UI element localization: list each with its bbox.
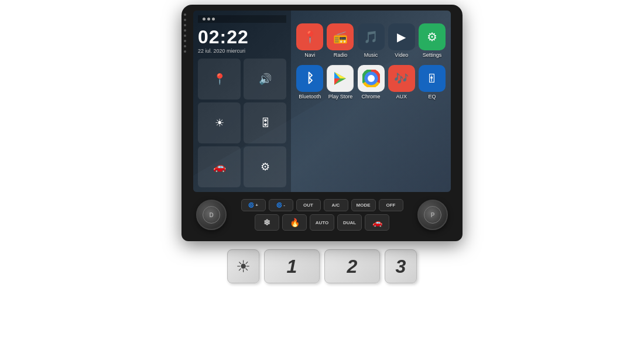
app-playstore[interactable]: Play Store [325, 65, 355, 100]
left-knob-inner: D [203, 206, 220, 224]
aux-label: AUX [396, 94, 407, 100]
left-knob-label: D [209, 212, 213, 218]
status-dot-1 [203, 18, 205, 20]
quick-tile-grid: 📍 🔊 ☀ 🎛 🚗 ⚙ [198, 59, 286, 187]
left-knob[interactable]: D [196, 200, 227, 230]
eq-icon: 🎚 [419, 65, 446, 92]
gps-icon: 📍 [213, 73, 226, 85]
button-row-2: ❄ 🔥 AUTO DUAL 🚗 [232, 214, 412, 231]
quick-tile-brightness[interactable]: ☀ [198, 102, 241, 143]
control-panel: D 🌀 + 🌀 - OUT A/C MODE OFF [193, 199, 451, 231]
sound-icon: 🔊 [259, 73, 272, 85]
app-navi[interactable]: 📍 Navi [294, 23, 325, 58]
video-label: Video [395, 52, 408, 58]
heat-button[interactable]: 🔥 [282, 214, 307, 231]
auto-button[interactable]: AUTO [310, 214, 334, 231]
status-dot-2 [207, 18, 210, 20]
clock-date: 22 iul. 2020 miercuri [198, 48, 286, 54]
fan-up-icon: 🌀 [248, 203, 254, 208]
status-icons [203, 18, 215, 20]
feature-badges: ☀ 1 2 3 [210, 249, 434, 283]
bluetooth-label: Bluetooth [299, 94, 321, 100]
badge-1: 1 [264, 249, 320, 283]
quick-tile-equalizer[interactable]: 🎛 [244, 102, 286, 143]
music-label: Music [364, 52, 378, 58]
app-row-2: ᛒ Bluetooth Play [294, 65, 447, 100]
app-radio[interactable]: 📻 Radio [325, 23, 355, 58]
fan-down-button[interactable]: 🌀 - [269, 199, 293, 211]
music-icon: 🎵 [358, 23, 385, 50]
app-chrome[interactable]: Chrome [356, 65, 386, 100]
badge-3-label: 3 [396, 256, 406, 277]
eq-label: EQ [428, 94, 436, 100]
svg-point-6 [368, 76, 374, 81]
badge-1-label: 1 [287, 256, 297, 277]
main-container: 02:22 22 iul. 2020 miercuri 📍 🔊 ☀ 🎛 [0, 0, 644, 360]
fan-up-button[interactable]: 🌀 + [241, 199, 266, 211]
bluetooth-icon: ᛒ [296, 65, 323, 92]
brightness-icon: ☀ [215, 116, 224, 129]
badge-partial-right: 3 [385, 249, 417, 283]
out-button[interactable]: OUT [296, 199, 321, 211]
right-knob[interactable]: P [417, 200, 448, 230]
playstore-label: Play Store [328, 94, 353, 100]
aux-icon: 🎶 [388, 65, 415, 92]
badge-partial-left: ☀ [227, 249, 259, 283]
app-row-1: 📍 Navi 📻 Radio 🎵 Music [294, 23, 447, 58]
car-vent-button[interactable]: 🚗 [365, 214, 389, 231]
quick-tile-grid[interactable]: ⚙ [244, 146, 286, 187]
right-knob-inner: P [424, 206, 441, 224]
button-grid: 🌀 + 🌀 - OUT A/C MODE OFF ❄ 🔥 AUTO DUAL 🚗 [232, 199, 412, 231]
status-dot-3 [212, 18, 215, 20]
app-music[interactable]: 🎵 Music [356, 23, 386, 58]
app-eq[interactable]: 🎚 EQ [417, 65, 447, 100]
radio-label: Radio [334, 52, 348, 58]
equalizer-icon: 🎛 [260, 117, 270, 129]
cool-button[interactable]: ❄ [255, 214, 279, 231]
playstore-icon [327, 65, 354, 92]
video-icon: ▶ [388, 23, 415, 50]
mode-button[interactable]: MODE [351, 199, 376, 211]
car-icon: 🚗 [213, 160, 226, 173]
button-row-1: 🌀 + 🌀 - OUT A/C MODE OFF [232, 199, 412, 211]
chrome-label: Chrome [362, 94, 381, 100]
fan-down-icon: 🌀 [276, 203, 282, 208]
settings-label: Settings [423, 52, 442, 58]
status-bar [198, 15, 286, 23]
navi-icon: 📍 [296, 23, 323, 50]
app-bluetooth[interactable]: ᛒ Bluetooth [294, 65, 325, 100]
head-unit: 02:22 22 iul. 2020 miercuri 📍 🔊 ☀ 🎛 [181, 5, 463, 241]
dual-button[interactable]: DUAL [337, 214, 362, 231]
quick-tile-sound[interactable]: 🔊 [244, 59, 286, 100]
screen-left-panel: 02:22 22 iul. 2020 miercuri 📍 🔊 ☀ 🎛 [193, 11, 291, 192]
right-knob-label: P [431, 212, 435, 218]
quick-tile-car[interactable]: 🚗 [198, 146, 241, 187]
screen-right-panel: 📍 Navi 📻 Radio 🎵 Music [291, 11, 451, 192]
app-video[interactable]: ▶ Video [386, 23, 417, 58]
badge-2: 2 [324, 249, 380, 283]
settings-icon: ⚙ [419, 23, 446, 50]
quick-tile-gps[interactable]: 📍 [198, 59, 241, 100]
radio-icon: 📻 [327, 23, 354, 50]
ac-button[interactable]: A/C [324, 199, 348, 211]
side-dots [184, 13, 186, 53]
sun-badge-icon: ☀ [236, 257, 251, 276]
android-screen: 02:22 22 iul. 2020 miercuri 📍 🔊 ☀ 🎛 [193, 11, 451, 192]
navi-label: Navi [304, 52, 315, 58]
app-settings[interactable]: ⚙ Settings [417, 23, 447, 58]
app-aux[interactable]: 🎶 AUX [386, 65, 417, 100]
badge-2-label: 2 [347, 256, 358, 277]
off-button[interactable]: OFF [379, 199, 403, 211]
chrome-icon [358, 65, 385, 92]
grid-icon: ⚙ [261, 160, 270, 173]
clock-time: 02:22 [198, 26, 286, 48]
